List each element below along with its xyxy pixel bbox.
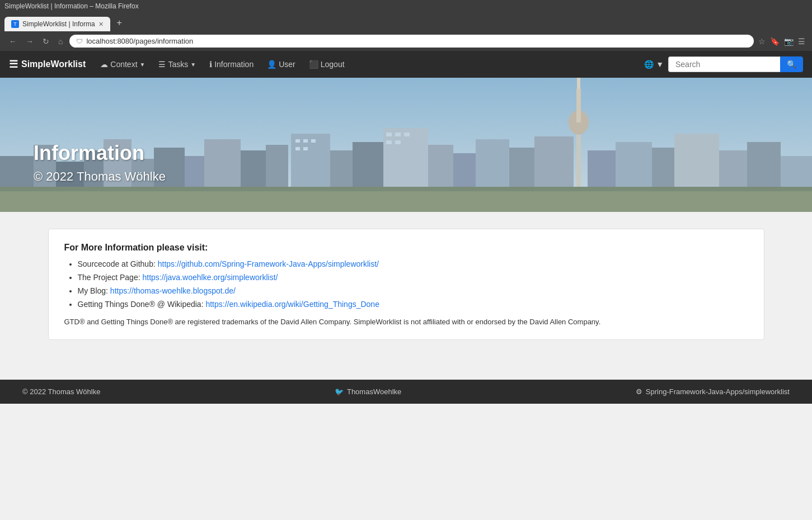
svg-rect-39	[395, 133, 401, 136]
search-input[interactable]	[668, 56, 780, 72]
svg-rect-32	[781, 156, 812, 190]
nav-links: ☁ Context ▼ ☰ Tasks ▼ ℹ Information 👤 Us…	[95, 56, 644, 72]
search-button[interactable]: 🔍	[780, 56, 803, 72]
main-content: For More Information please visit: Sourc…	[0, 212, 812, 380]
github-icon: ⚙	[636, 387, 642, 396]
wiki-link[interactable]: https://en.wikipedia.org/wiki/Getting_Th…	[205, 300, 379, 309]
lang-caret: ▼	[656, 60, 664, 69]
svg-rect-41	[386, 140, 392, 144]
bookmark-icon[interactable]: ☆	[758, 37, 766, 46]
browser-tab[interactable]: T SimpleWorklist | Informa ✕	[4, 17, 110, 31]
twitter-handle: ThomasWoehlke	[347, 387, 401, 396]
tab-favicon: T	[11, 20, 19, 28]
svg-rect-21	[576, 89, 581, 122]
tab-label: SimpleWorklist | Informa	[22, 20, 95, 28]
svg-rect-30	[719, 150, 747, 190]
user-label: User	[279, 60, 295, 69]
blog-link[interactable]: https://thomas-woehlke.blogspot.de/	[110, 286, 236, 295]
info-card-heading: For More Information please visit:	[64, 243, 748, 253]
screenshot-icon[interactable]: 📷	[784, 37, 794, 46]
project-prefix: The Project Page:	[78, 273, 143, 282]
svg-rect-16	[383, 128, 428, 190]
app-navbar: ☰ SimpleWorklist ☁ Context ▼ ☰ Tasks ▼ ℹ…	[0, 51, 812, 78]
nav-information[interactable]: ℹ Information	[204, 56, 259, 72]
footer-twitter-link[interactable]: 🐦 ThomasWoehlke	[335, 387, 401, 396]
svg-rect-33	[295, 139, 300, 143]
information-icon: ℹ	[209, 60, 212, 69]
context-label: Context	[110, 60, 137, 69]
address-actions: ☆ 🔖 📷 ☰	[758, 37, 805, 46]
info-card: For More Information please visit: Sourc…	[48, 229, 764, 340]
back-button[interactable]: ←	[7, 36, 19, 47]
nav-right: 🌐 ▼ 🔍	[644, 56, 803, 72]
browser-chrome: SimpleWorklist | Information – Mozilla F…	[0, 0, 812, 51]
footer-github-link[interactable]: ⚙ Spring-Framework-Java-Apps/simpleworkl…	[636, 387, 790, 396]
forward-button[interactable]: →	[24, 36, 36, 47]
sourcecode-link[interactable]: https://github.com/Spring-Framework-Java…	[158, 259, 379, 268]
language-selector[interactable]: 🌐 ▼	[644, 60, 664, 69]
svg-rect-36	[295, 147, 300, 150]
svg-rect-17	[428, 145, 453, 190]
svg-rect-23	[476, 139, 509, 190]
context-caret: ▼	[140, 62, 145, 68]
user-icon: 👤	[267, 60, 276, 69]
svg-rect-10	[204, 139, 241, 190]
svg-rect-29	[674, 134, 719, 190]
svg-rect-18	[453, 153, 476, 190]
hero-title: Information	[34, 141, 166, 165]
svg-rect-22	[577, 78, 580, 89]
svg-rect-34	[303, 139, 308, 143]
sourcecode-prefix: Sourcecode at Github:	[78, 259, 158, 268]
menu-icon[interactable]: ☰	[798, 37, 805, 46]
footer-copyright: © 2022 Thomas Wöhlke	[22, 387, 100, 396]
new-tab-button[interactable]: +	[112, 15, 126, 31]
tasks-icon: ☰	[158, 60, 166, 69]
window-title: SimpleWorklist | Information – Mozilla F…	[4, 2, 139, 10]
svg-rect-25	[534, 136, 574, 190]
home-button[interactable]: ⌂	[56, 36, 65, 47]
project-link[interactable]: https://java.woehlke.org/simpleworklist/	[142, 273, 278, 282]
list-item: Getting Things Done® @ Wikipedia: https:…	[78, 300, 748, 309]
svg-rect-24	[509, 148, 534, 190]
hero-section: Information © 2022 Thomas Wöhlke	[0, 78, 812, 212]
svg-rect-38	[386, 133, 392, 136]
context-icon: ☁	[100, 60, 108, 69]
list-item: The Project Page: https://java.woehlke.o…	[78, 273, 748, 282]
svg-rect-35	[311, 139, 316, 143]
wiki-prefix: Getting Things Done® @ Wikipedia:	[78, 300, 206, 309]
list-item: Sourcecode at Github: https://github.com…	[78, 259, 748, 268]
title-bar: SimpleWorklist | Information – Mozilla F…	[0, 0, 812, 12]
svg-rect-27	[616, 142, 652, 190]
hero-content: Information © 2022 Thomas Wöhlke	[34, 141, 166, 184]
svg-rect-2	[0, 156, 34, 190]
svg-rect-43	[0, 187, 812, 191]
tab-bar: T SimpleWorklist | Informa ✕ +	[0, 12, 812, 31]
twitter-icon: 🐦	[335, 387, 344, 396]
svg-rect-26	[588, 150, 616, 190]
nav-user[interactable]: 👤 User	[261, 56, 301, 72]
brand-link[interactable]: ☰ SimpleWorklist	[9, 58, 86, 70]
hero-subtitle: © 2022 Thomas Wöhlke	[34, 169, 166, 184]
security-icon: 🛡	[76, 37, 83, 45]
app-footer: © 2022 Thomas Wöhlke 🐦 ThomasWoehlke ⚙ S…	[0, 380, 812, 404]
svg-rect-40	[404, 133, 410, 136]
blog-prefix: My Blog:	[78, 286, 110, 295]
nav-context[interactable]: ☁ Context ▼	[95, 56, 151, 72]
brand-icon: ☰	[9, 58, 18, 70]
information-label: Information	[214, 60, 254, 69]
logout-label: Logout	[321, 60, 345, 69]
tab-close-button[interactable]: ✕	[98, 21, 104, 28]
pocket-icon[interactable]: 🔖	[770, 37, 780, 46]
reload-button[interactable]: ↻	[40, 36, 51, 47]
url-bar[interactable]: 🛡 localhost:8080/pages/information	[69, 35, 754, 48]
svg-rect-28	[652, 148, 674, 190]
logout-icon: ⬛	[309, 60, 318, 69]
svg-rect-1	[0, 190, 812, 212]
nav-tasks[interactable]: ☰ Tasks ▼	[153, 56, 201, 72]
svg-rect-11	[241, 150, 266, 190]
disclaimer-text: GTD® and Getting Things Done® are regist…	[64, 318, 748, 326]
nav-logout[interactable]: ⬛ Logout	[303, 56, 350, 72]
svg-rect-42	[395, 140, 401, 144]
svg-rect-31	[747, 142, 781, 190]
search-box: 🔍	[668, 56, 803, 72]
